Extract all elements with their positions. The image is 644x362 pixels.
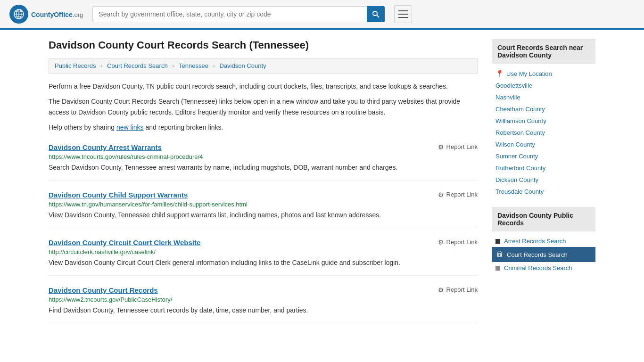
nearby-link[interactable]: Cheatham County bbox=[495, 106, 545, 113]
result-desc-1: Search Davidson County, Tennessee arrest… bbox=[49, 163, 478, 173]
breadcrumb-court-records[interactable]: Court Records Search bbox=[107, 62, 168, 69]
result-item: Davidson County Court Records ⚙ Report L… bbox=[49, 286, 478, 323]
report-icon: ⚙ bbox=[438, 239, 444, 246]
nearby-link[interactable]: Williamson County bbox=[495, 117, 546, 124]
nearby-link[interactable]: Nashville bbox=[495, 94, 520, 101]
nearby-link[interactable]: Dickson County bbox=[495, 176, 538, 183]
result-url-4: https://www2.tncourts.gov/PublicCaseHist… bbox=[49, 296, 478, 303]
menu-line bbox=[398, 17, 408, 18]
result-desc-3: View Davidson County Circuit Court Clerk… bbox=[49, 258, 478, 268]
site-logo[interactable]: CountyOffice.org bbox=[9, 5, 83, 24]
list-item-active[interactable]: 🏛 Court Records Search bbox=[492, 247, 595, 262]
menu-line bbox=[398, 14, 408, 15]
list-item[interactable]: Arrest Records Search bbox=[492, 235, 595, 247]
nearby-section: Court Records Search near Davidson Count… bbox=[492, 39, 595, 197]
result-url-3: http://circuitclerk.nashville.gov/caseli… bbox=[49, 248, 478, 255]
result-item: Davidson County Arrest Warrants ⚙ Report… bbox=[49, 143, 478, 181]
use-location-link[interactable]: Use My Location bbox=[506, 70, 552, 77]
report-link-1[interactable]: ⚙ Report Link bbox=[438, 143, 478, 151]
description-3: Help others by sharing new links and rep… bbox=[49, 122, 478, 132]
sidebar: Court Records Search near Davidson Count… bbox=[492, 39, 595, 323]
page-title: Davidson County Court Records Search (Te… bbox=[49, 39, 478, 51]
result-header: Davidson County Child Support Warrants ⚙… bbox=[49, 191, 478, 199]
nearby-header: Court Records Search near Davidson Count… bbox=[492, 39, 595, 64]
public-records-link[interactable]: Arrest Records Search bbox=[504, 238, 566, 245]
breadcrumb-davidson-county[interactable]: Davidson County bbox=[220, 62, 266, 69]
main-container: Davidson County Court Records Search (Te… bbox=[39, 30, 605, 333]
public-records-link[interactable]: Criminal Records Search bbox=[504, 264, 572, 272]
list-item[interactable]: Sumner County bbox=[492, 150, 595, 162]
menu-button[interactable] bbox=[394, 5, 412, 23]
building-icon: 🏛 bbox=[496, 251, 503, 258]
nearby-list: 📍 Use My Location Goodlettsville Nashvil… bbox=[492, 67, 595, 197]
nearby-link[interactable]: Sumner County bbox=[495, 153, 538, 160]
list-item[interactable]: Cheatham County bbox=[492, 103, 595, 115]
public-records-link-active[interactable]: 🏛 Court Records Search bbox=[496, 251, 591, 258]
result-desc-4: Find Davidson County, Tennessee court re… bbox=[49, 305, 478, 315]
result-header: Davidson County Court Records ⚙ Report L… bbox=[49, 286, 478, 294]
result-title-2[interactable]: Davidson County Child Support Warrants bbox=[49, 191, 188, 199]
result-url-1: https://www.tncourts.gov/rules/rules-cri… bbox=[49, 153, 478, 160]
result-title-3[interactable]: Davidson County Circuit Court Clerk Webs… bbox=[49, 239, 200, 247]
public-records-list: Arrest Records Search 🏛 Court Records Se… bbox=[492, 235, 595, 274]
result-url-2: https://www.tn.gov/humanservices/for-fam… bbox=[49, 201, 478, 208]
report-link-3[interactable]: ⚙ Report Link bbox=[438, 239, 478, 246]
nearby-link[interactable]: Robertson County bbox=[495, 129, 545, 136]
list-item[interactable]: Dickson County bbox=[492, 174, 595, 186]
list-item[interactable]: Wilson County bbox=[492, 139, 595, 150]
nearby-link[interactable]: Wilson County bbox=[495, 141, 535, 148]
square-icon bbox=[495, 266, 500, 271]
result-desc-2: View Davidson County, Tennessee child su… bbox=[49, 210, 478, 220]
report-link-2[interactable]: ⚙ Report Link bbox=[438, 191, 478, 198]
report-icon: ⚙ bbox=[438, 191, 444, 198]
search-bar bbox=[92, 6, 385, 22]
logo-text: CountyOffice.org bbox=[31, 9, 83, 19]
result-item: Davidson County Circuit Court Clerk Webs… bbox=[49, 239, 478, 276]
breadcrumb-sep: › bbox=[100, 62, 102, 69]
list-item[interactable]: Goodlettsville bbox=[492, 80, 595, 91]
search-input[interactable] bbox=[92, 6, 385, 22]
nearby-link[interactable]: Goodlettsville bbox=[495, 82, 532, 89]
description-2: The Davidson County Court Records Search… bbox=[49, 96, 478, 117]
result-item: Davidson County Child Support Warrants ⚙… bbox=[49, 191, 478, 228]
list-item[interactable]: Robertson County bbox=[492, 127, 595, 139]
square-icon bbox=[495, 239, 500, 244]
menu-line bbox=[398, 10, 408, 11]
new-links-link[interactable]: new links bbox=[116, 123, 144, 131]
result-header: Davidson County Circuit Court Clerk Webs… bbox=[49, 239, 478, 247]
description-1: Perform a free Davidson County, TN publi… bbox=[49, 81, 478, 91]
breadcrumb-public-records[interactable]: Public Records bbox=[55, 62, 96, 69]
pin-icon: 📍 bbox=[495, 70, 504, 77]
content-area: Davidson County Court Records Search (Te… bbox=[49, 39, 478, 323]
list-item[interactable]: Trousdale County bbox=[492, 186, 595, 197]
list-item[interactable]: Criminal Records Search bbox=[492, 262, 595, 274]
public-records-header: Davidson County Public Records bbox=[492, 207, 595, 231]
report-icon: ⚙ bbox=[438, 286, 444, 294]
breadcrumb-sep: › bbox=[172, 62, 174, 69]
site-header: CountyOffice.org bbox=[0, 0, 644, 30]
nearby-link[interactable]: Trousdale County bbox=[495, 188, 544, 195]
breadcrumb-tennessee[interactable]: Tennessee bbox=[179, 62, 208, 69]
result-title-4[interactable]: Davidson County Court Records bbox=[49, 286, 158, 294]
breadcrumb: Public Records › Court Records Search › … bbox=[49, 58, 478, 74]
list-item[interactable]: Nashville bbox=[492, 91, 595, 103]
list-item[interactable]: Williamson County bbox=[492, 115, 595, 127]
report-link-4[interactable]: ⚙ Report Link bbox=[438, 286, 478, 294]
result-title-1[interactable]: Davidson County Arrest Warrants bbox=[49, 143, 162, 151]
public-records-section: Davidson County Public Records Arrest Re… bbox=[492, 207, 595, 274]
svg-line-6 bbox=[377, 15, 379, 17]
report-icon: ⚙ bbox=[438, 143, 444, 151]
result-header: Davidson County Arrest Warrants ⚙ Report… bbox=[49, 143, 478, 151]
logo-icon bbox=[9, 5, 28, 24]
use-location-item[interactable]: 📍 Use My Location bbox=[492, 67, 595, 80]
svg-point-5 bbox=[373, 11, 377, 16]
list-item[interactable]: Rutherford County bbox=[492, 162, 595, 174]
nearby-link[interactable]: Rutherford County bbox=[495, 165, 545, 172]
search-button[interactable] bbox=[367, 6, 385, 22]
breadcrumb-sep: › bbox=[213, 62, 215, 69]
